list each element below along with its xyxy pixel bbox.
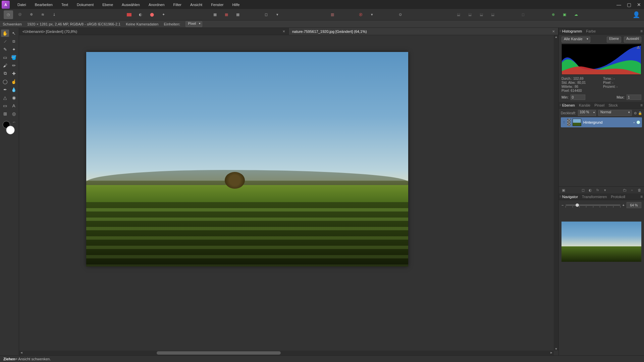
layer-drag-handle[interactable]: ⠿: [563, 121, 565, 124]
tab-transform[interactable]: Transformieren: [582, 195, 607, 199]
clone-tool[interactable]: ⧉: [1, 70, 9, 77]
arrange-back-button[interactable]: ⬓: [454, 10, 463, 19]
scroll-right-arrow[interactable]: ►: [549, 351, 554, 354]
tab-layers[interactable]: Ebenen: [562, 103, 575, 107]
quickmask-dropdown[interactable]: ▾: [273, 10, 282, 19]
tab-brushes[interactable]: Pinsel: [594, 103, 604, 107]
horizontal-scrollbar[interactable]: ◄ ►: [19, 351, 554, 355]
arrange-backward-button[interactable]: ⬓: [465, 10, 475, 19]
tone-persona-button[interactable]: ≋: [38, 10, 47, 19]
color-swatch[interactable]: ⤺: [3, 121, 16, 134]
color-picker-tool[interactable]: ⟋: [1, 38, 9, 45]
tab-navigator[interactable]: Navigator: [562, 195, 578, 199]
autocolors-button[interactable]: ⬤: [147, 10, 157, 19]
menu-fenster[interactable]: Fenster: [207, 0, 228, 9]
crop-toggle-button[interactable]: ▥: [328, 10, 337, 19]
window-close-button[interactable]: ✕: [634, 0, 644, 9]
blend-mode-select[interactable]: Normal: [598, 110, 632, 116]
insert-target-button[interactable]: ◻: [516, 10, 530, 19]
delete-layer-icon[interactable]: 🗑: [637, 188, 642, 192]
window-maximize-button[interactable]: ▢: [624, 0, 634, 9]
liquify-persona-button[interactable]: ⦾: [15, 10, 24, 19]
vertical-scrollbar[interactable]: ▲ ▼: [554, 35, 558, 351]
zoom-out-button[interactable]: −: [561, 203, 564, 207]
navigator-preview[interactable]: [561, 222, 641, 262]
menu-bearbeiten[interactable]: Bearbeiten: [31, 0, 57, 9]
panel-menu-icon[interactable]: ≡: [640, 194, 642, 199]
develop-persona-button[interactable]: ✲: [26, 10, 36, 19]
menu-dokument[interactable]: Dokument: [72, 0, 98, 9]
swap-colors-icon[interactable]: ⤺: [13, 120, 15, 124]
paint-brush-tool[interactable]: 🖌: [1, 62, 9, 69]
scroll-left-arrow[interactable]: ◄: [19, 351, 24, 354]
autolevels-button[interactable]: [124, 10, 134, 19]
flood-select-tool[interactable]: ✦: [10, 46, 18, 53]
add-fx-icon[interactable]: fx: [595, 188, 600, 192]
zoom-in-button[interactable]: +: [623, 203, 625, 207]
text-tool[interactable]: A: [10, 102, 18, 109]
panel-menu-icon[interactable]: ≡: [640, 103, 642, 108]
menu-hilfe[interactable]: Hilfe: [228, 0, 244, 9]
resource-manager-button[interactable]: ▣: [560, 10, 569, 19]
merge-visible-icon[interactable]: ▣: [561, 188, 566, 192]
add-resource-button[interactable]: ⊕: [548, 10, 558, 19]
shape-tool[interactable]: ▭: [1, 102, 9, 109]
menu-ansicht[interactable]: Ansicht: [186, 0, 207, 9]
marquee-tool[interactable]: ▭: [1, 54, 9, 61]
selection-invert-button[interactable]: ▦: [233, 10, 243, 19]
smudge-tool[interactable]: ☝: [10, 78, 18, 85]
mesh-tool[interactable]: ⊞: [1, 110, 9, 117]
document-tab-0-close[interactable]: ×: [279, 29, 285, 34]
histogram-min-input[interactable]: [571, 95, 585, 100]
context-units-select[interactable]: Pixel: [185, 21, 202, 27]
zoom-slider[interactable]: [566, 204, 620, 206]
blur-tool[interactable]: 💧: [10, 86, 18, 93]
add-mask-icon[interactable]: ◻: [580, 188, 586, 192]
snap-button[interactable]: ⦿: [356, 10, 365, 19]
menu-ebene[interactable]: Ebene: [98, 0, 117, 9]
fill-tool[interactable]: 🪣: [10, 54, 18, 61]
zoom-value[interactable]: 64 %: [627, 202, 641, 208]
selection-none-button[interactable]: ▦: [222, 10, 231, 19]
layer-visibility-toggle[interactable]: [637, 121, 640, 124]
selection-brush-tool[interactable]: ✎: [1, 46, 9, 53]
move-tool[interactable]: ↖: [10, 29, 18, 37]
histogram-selection-button[interactable]: Auswahl: [624, 37, 641, 43]
histogram-channel-select[interactable]: Alle Kanäle: [561, 37, 590, 43]
pen-tool[interactable]: ✒: [1, 86, 9, 93]
export-persona-button[interactable]: ⤓: [49, 10, 59, 19]
autocontrast-button[interactable]: ◐: [136, 10, 145, 19]
zoom-tool[interactable]: ◎: [10, 110, 18, 117]
erase-tool[interactable]: ✏: [10, 62, 18, 69]
histogram-layer-button[interactable]: Ebene: [607, 37, 621, 43]
sponge-tool[interactable]: ◉: [10, 94, 18, 101]
scroll-down-arrow[interactable]: ▼: [554, 347, 558, 351]
layer-lock-icon[interactable]: 🔒: [638, 111, 642, 115]
panel-drag-icon[interactable]: ⠿: [559, 30, 561, 33]
heal-tool[interactable]: ✚: [10, 70, 18, 77]
add-pixel-layer-icon[interactable]: ▫: [629, 188, 635, 192]
tab-stock[interactable]: Stock: [608, 103, 618, 107]
quickmask-button[interactable]: ◻: [261, 10, 271, 19]
dodge-tool[interactable]: ◯: [1, 78, 9, 85]
layer-item-0[interactable]: ⠿ Hintergrund ▪: [561, 117, 642, 127]
add-group-icon[interactable]: 🗀: [622, 188, 627, 192]
stock-button[interactable]: ☁: [571, 10, 581, 19]
layer-fx-icon[interactable]: ✿: [634, 111, 637, 115]
add-adjustment-icon[interactable]: ◐: [588, 188, 593, 192]
panel-drag-icon[interactable]: ⠿: [559, 104, 561, 107]
snap-dropdown[interactable]: ▾: [367, 10, 377, 19]
assistant-button[interactable]: ⊙: [395, 10, 405, 19]
autowhite-button[interactable]: ✦: [159, 10, 168, 19]
tab-histogram[interactable]: Histogramm: [562, 29, 582, 33]
window-minimize-button[interactable]: —: [614, 0, 624, 9]
foreground-color-swatch[interactable]: [6, 126, 15, 134]
tab-history[interactable]: Protokoll: [611, 195, 625, 199]
arrange-forward-button[interactable]: ⬓: [477, 10, 486, 19]
histogram-max-input[interactable]: [627, 95, 641, 100]
menu-datei[interactable]: Datei: [13, 0, 31, 9]
document-tab-0[interactable]: <Unbenannt> [Geändert] (70,8%) ×: [19, 28, 289, 35]
canvas-viewport[interactable]: ▲ ▼ ◄ ►: [19, 35, 558, 355]
sharpen-tool[interactable]: △: [1, 94, 9, 101]
arrange-front-button[interactable]: ⬓: [488, 10, 497, 19]
